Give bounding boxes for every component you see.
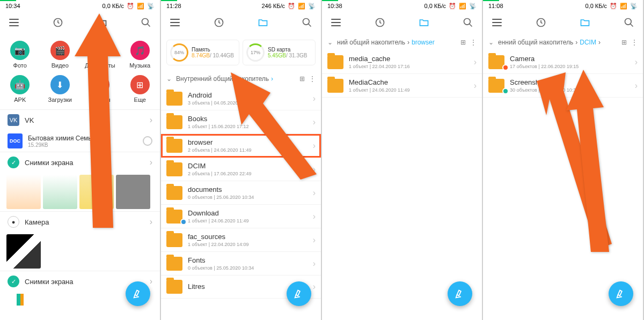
recent-icon[interactable] [535, 16, 547, 29]
breadcrumb[interactable]: ⌄ енний общий накопитель›DCIM› ⊞ ⋮ [483, 34, 643, 50]
folder-icon [166, 162, 182, 176]
recent-icon[interactable] [213, 16, 225, 29]
folder-row[interactable]: media_cache1 объект | 22.04.2020 17:16 › [322, 50, 482, 74]
folder-row[interactable]: Fonts0 объектов | 25.05.2020 10:34 › [161, 252, 321, 276]
category-item[interactable]: 🎬Видео [40, 38, 80, 72]
chevron-right-icon: › [271, 75, 273, 83]
category-item[interactable]: 📦Архивы [80, 72, 120, 106]
panel-dcim: 11:08 0,0 КБ/с⏰📶📡 ⌄ енний общий накопите… [483, 0, 644, 320]
arrow-annotation [537, 72, 612, 249]
category-item[interactable]: 🤖APK [0, 72, 40, 106]
folder-row[interactable]: Camera17 объектов | 22.06.2020 19:15 › [483, 50, 643, 74]
storage-sd[interactable]: 17% SD карта5.45GB/ 31.3GB [243, 40, 316, 65]
alarm-icon: ⏰ [127, 3, 134, 10]
category-icon: 🎬 [50, 41, 70, 60]
usage-ring: 17% [246, 43, 265, 62]
thumbnail[interactable] [79, 175, 114, 209]
chevron-down-icon[interactable]: ⌄ [488, 39, 494, 46]
category-label: Фото [13, 62, 27, 69]
section-label: VK [25, 116, 144, 124]
folder-icon [166, 92, 182, 106]
net-speed: 246 КБ/с [261, 3, 285, 9]
menu-button[interactable] [491, 16, 503, 29]
more-icon[interactable]: ⋮ [470, 39, 477, 46]
chevron-down-icon[interactable]: ⌄ [327, 39, 333, 46]
folder-list: Android3 объекта | 04.05.2020 10:07 › Bo… [161, 87, 321, 299]
svg-point-1 [142, 19, 149, 25]
chevron-right-icon: › [313, 282, 316, 292]
section-screenshots[interactable]: ✓ Снимки экрана › [0, 152, 160, 173]
thumbnails[interactable] [0, 173, 160, 211]
category-item[interactable]: 🎵Музыка [120, 38, 160, 72]
folder-row[interactable]: Download1 объект | 24.06.2020 11:49 › [161, 205, 321, 228]
search-icon[interactable] [140, 16, 152, 29]
folder-row[interactable]: MediaCache1 объект | 24.06.2020 11:49 › [322, 74, 482, 98]
more-icon[interactable]: ⋮ [631, 39, 638, 46]
folder-row[interactable]: Screenshots30 объектов | 25.06.2020 10:3… [483, 74, 643, 98]
recent-icon[interactable] [374, 16, 386, 29]
folder-icon[interactable] [96, 16, 108, 29]
grid-view-icon[interactable]: ⊞ [299, 75, 305, 83]
alarm-icon: ⏰ [610, 3, 617, 10]
status-bar: 11:28 246 КБ/с⏰📶📡 [161, 1, 321, 11]
status-bar: 11:08 0,0 КБ/с⏰📶📡 [483, 1, 643, 11]
panel-browser: 10:38 0,0 КБ/с⏰📶📡 ⌄ ний общий накопитель… [322, 0, 483, 320]
section-label: Снимки экрана [25, 278, 144, 286]
section-camera[interactable]: ● Камера › [0, 211, 160, 232]
chevron-down-icon[interactable]: ⌄ [166, 75, 172, 83]
thumbnail[interactable] [6, 175, 41, 209]
category-item[interactable]: ⊞Еще [120, 72, 160, 106]
folder-row[interactable]: Books1 объект | 15.06.2020 17:12 › [161, 110, 321, 134]
storage-used: 8.74GB [192, 53, 210, 58]
folder-row[interactable]: browser2 объекта | 24.06.2020 11:49 › [161, 134, 321, 158]
clean-fab[interactable] [448, 281, 472, 306]
folder-list: Camera17 объектов | 22.06.2020 19:15 › S… [483, 50, 643, 98]
folder-meta: 1 объект | 22.04.2020 14:09 [188, 242, 308, 247]
folder-icon[interactable] [418, 16, 430, 29]
category-item[interactable]: 📄Документы [80, 38, 120, 72]
badge-icon [502, 88, 509, 94]
folder-row[interactable]: documents0 объектов | 25.06.2020 10:34 › [161, 181, 321, 205]
select-radio[interactable] [143, 136, 152, 146]
folder-name: Fonts [188, 256, 308, 264]
folder-row[interactable]: DCIM2 объекта | 17.06.2020 22:49 › [161, 158, 321, 181]
breadcrumb[interactable]: ⌄ ний общий накопитель›browser ⊞ ⋮ [322, 34, 482, 50]
clock: 10:34 [5, 3, 20, 9]
search-icon[interactable] [301, 16, 313, 29]
search-icon[interactable] [462, 16, 474, 29]
folder-meta: 0 объектов | 25.06.2020 10:34 [188, 195, 308, 200]
folder-name: DCIM [188, 162, 308, 170]
search-icon[interactable] [623, 16, 635, 29]
folder-name: Screenshots [510, 78, 630, 86]
folder-icon [166, 139, 182, 153]
clean-fab[interactable] [126, 281, 150, 306]
folder-icon [327, 55, 343, 69]
clock: 11:28 [166, 3, 181, 9]
clean-fab[interactable] [609, 281, 633, 306]
folder-row[interactable]: fac_sources1 объект | 22.04.2020 14:09 › [161, 228, 321, 252]
camera-thumb[interactable] [0, 232, 160, 271]
menu-button[interactable] [169, 16, 181, 29]
clean-fab[interactable] [287, 281, 311, 306]
breadcrumb[interactable]: ⌄ Внутренний общий накопитель› ⊞ ⋮ [161, 71, 321, 87]
more-icon[interactable]: ⋮ [309, 75, 316, 83]
grid-view-icon[interactable]: ⊞ [621, 39, 627, 46]
thumbnail[interactable] [43, 175, 77, 209]
recent-icon[interactable] [52, 16, 64, 29]
folder-icon [166, 115, 182, 129]
folder-icon [166, 280, 182, 294]
category-item[interactable]: 📷Фото [0, 38, 40, 72]
file-name: Бытовая химия Семья.docx [28, 135, 137, 142]
category-item[interactable]: ⬇Загрузки [40, 72, 80, 106]
thumbnail[interactable] [116, 175, 150, 209]
grid-view-icon[interactable]: ⊞ [460, 39, 466, 46]
folder-row[interactable]: Android3 объекта | 04.05.2020 10:07 › [161, 87, 321, 110]
menu-button[interactable] [8, 16, 20, 29]
storage-internal[interactable]: 84% Память8.74GB/ 10.44GB [166, 40, 239, 65]
file-row[interactable]: DOC Бытовая химия Семья.docx15.29КВ [0, 130, 160, 152]
section-vk[interactable]: VK VK › [0, 109, 160, 130]
folder-icon[interactable] [579, 16, 591, 29]
folder-icon[interactable] [257, 16, 269, 29]
menu-button[interactable] [330, 16, 342, 29]
path-text: ний общий накопитель [337, 39, 405, 46]
